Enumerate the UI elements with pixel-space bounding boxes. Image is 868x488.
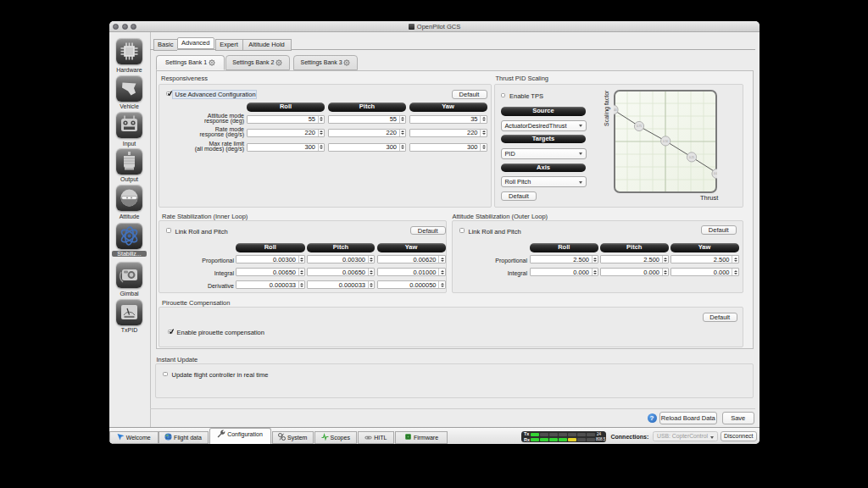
svg-text:0.75: 0.75 bbox=[636, 125, 641, 128]
svg-text:0.25: 0.25 bbox=[688, 155, 693, 158]
svg-text:1.00: 1.00 bbox=[614, 108, 617, 111]
svg-text:0.50: 0.50 bbox=[663, 139, 668, 142]
svg-text:0.00: 0.00 bbox=[713, 172, 716, 175]
